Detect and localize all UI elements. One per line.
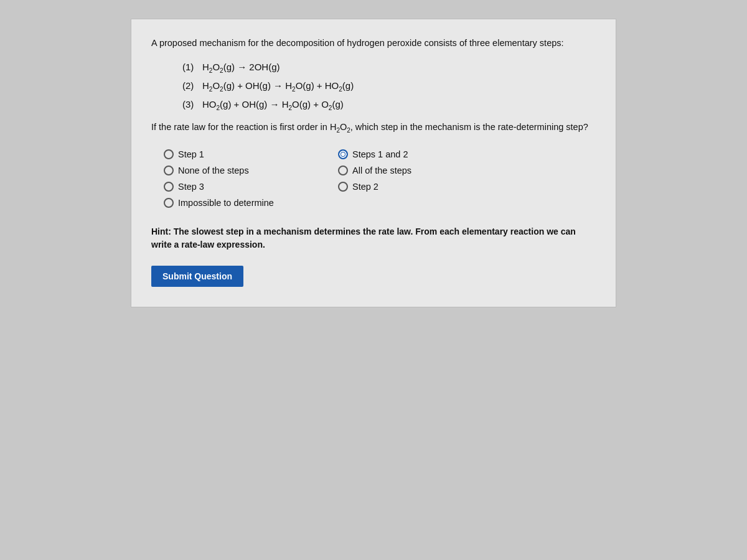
option-steps12[interactable]: Steps 1 and 2 [338,149,475,159]
option-all[interactable]: All of the steps [338,166,475,175]
option-step1[interactable]: Step 1 [164,149,301,159]
reaction-2-num: (2) [182,80,202,91]
reaction-2: (2) H2O2(g) + OH(g) → H2O(g) + HO2(g) [182,80,596,93]
rate-law-question: If the rate law for the reaction is firs… [151,120,596,136]
option-step2[interactable]: Step 2 [338,182,475,192]
submit-button[interactable]: Submit Question [151,266,243,287]
radio-none[interactable] [164,166,174,175]
radio-steps12[interactable] [338,149,348,159]
reaction-1-num: (1) [182,62,202,72]
intro-text: A proposed mechanism for the decompositi… [151,37,596,50]
option-step2-label: Step 2 [352,182,378,192]
radio-step3[interactable] [164,182,174,192]
reactions-list: (1) H2O2(g) → 2OH(g) (2) H2O2(g) + OH(g)… [182,62,596,111]
reaction-3: (3) HO2(g) + OH(g) → H2O(g) + O2(g) [182,99,596,111]
reaction-1: (1) H2O2(g) → 2OH(g) [182,62,596,74]
option-impossible-label: Impossible to determine [178,198,274,208]
radio-all[interactable] [338,166,348,175]
reaction-1-formula: H2O2(g) → 2OH(g) [202,62,280,74]
reaction-3-num: (3) [182,99,202,110]
option-none[interactable]: None of the steps [164,166,301,175]
radio-step1[interactable] [164,149,174,159]
option-none-label: None of the steps [178,166,249,175]
option-impossible[interactable]: Impossible to determine [164,198,301,208]
reaction-2-formula: H2O2(g) + OH(g) → H2O(g) + HO2(g) [202,80,354,93]
option-all-label: All of the steps [352,166,411,175]
option-steps12-label: Steps 1 and 2 [352,149,408,159]
options-grid: Step 1 Steps 1 and 2 None of the steps A… [164,149,596,208]
option-step3[interactable]: Step 3 [164,182,301,192]
option-step1-label: Step 1 [178,149,204,159]
option-step3-label: Step 3 [178,182,204,192]
hint-text: Hint: The slowest step in a mechanism de… [151,225,596,252]
question-card: A proposed mechanism for the decompositi… [131,19,616,307]
radio-step2[interactable] [338,182,348,192]
radio-impossible[interactable] [164,198,174,208]
reaction-3-formula: HO2(g) + OH(g) → H2O(g) + O2(g) [202,99,344,111]
